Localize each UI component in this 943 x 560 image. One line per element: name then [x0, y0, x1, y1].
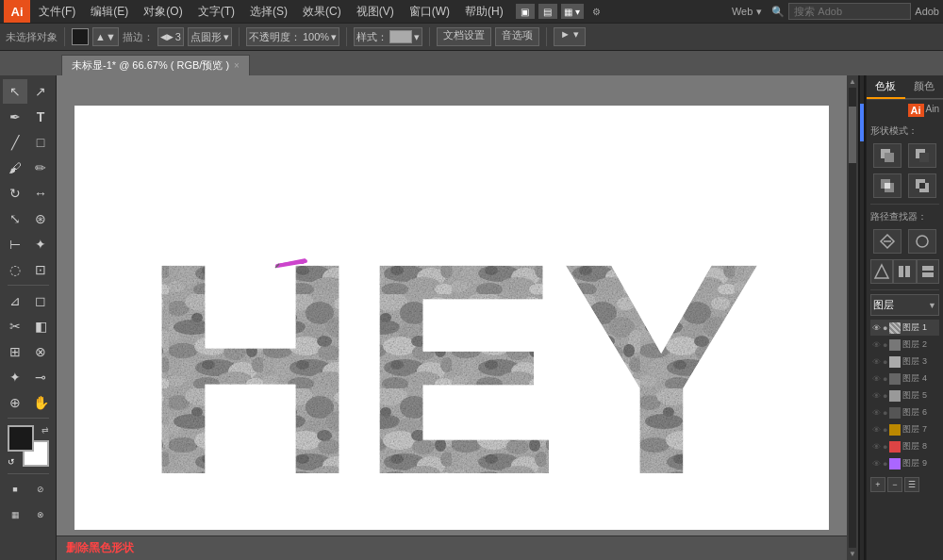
icon-arrange[interactable]: ⚙: [587, 4, 606, 19]
zoom-tool[interactable]: ⊕: [3, 390, 27, 415]
mirror-tool[interactable]: ↔: [28, 181, 53, 206]
layer-eye-4[interactable]: 👁: [872, 374, 881, 384]
pf-btn5[interactable]: [917, 259, 939, 284]
layer-eye-3[interactable]: 👁: [872, 357, 881, 367]
artboard-tool[interactable]: ⊡: [28, 257, 53, 282]
paintbrush-tool[interactable]: 🖌: [3, 156, 27, 180]
gradient-tool[interactable]: ◧: [28, 314, 53, 338]
menu-effect[interactable]: 效果(C): [296, 2, 348, 22]
layer-lock-6[interactable]: ●: [883, 408, 887, 418]
symbol-tool[interactable]: ⊗: [28, 502, 53, 527]
mesh-tool[interactable]: ⊞: [3, 339, 27, 364]
layer-lock-1[interactable]: ●: [883, 323, 887, 333]
menu-edit[interactable]: 编辑(E): [84, 2, 135, 22]
menu-file[interactable]: 文件(F): [32, 2, 82, 22]
layer-eye-1[interactable]: 👁: [872, 323, 881, 333]
panel-tab-swatches[interactable]: 色板: [867, 75, 905, 99]
warp-tool[interactable]: ⊛: [28, 206, 53, 231]
doc-settings-btn[interactable]: 文档设置: [437, 27, 491, 46]
layer-lock-9[interactable]: ●: [883, 459, 887, 469]
pf-btn2[interactable]: [908, 229, 936, 254]
layer-eye-8[interactable]: 👁: [872, 442, 881, 452]
pf-btn3[interactable]: [870, 259, 893, 284]
layer-add-btn[interactable]: +: [870, 477, 885, 492]
stroke-dropdown[interactable]: ◀▶ 3: [157, 27, 184, 46]
layers-header[interactable]: 图层 ▼: [870, 294, 939, 316]
scroll-up-btn[interactable]: ▲: [849, 77, 856, 86]
width-tool[interactable]: ⊢: [3, 232, 27, 256]
layer-eye-9[interactable]: 👁: [872, 459, 881, 469]
layer-eye-6[interactable]: 👁: [872, 408, 881, 418]
shape-minus-btn[interactable]: [908, 143, 936, 168]
icon-panel3[interactable]: ▦ ▾: [561, 4, 584, 19]
layers-arrow[interactable]: ▼: [928, 301, 936, 310]
layer-lock-7[interactable]: ●: [883, 425, 887, 435]
scale-tool[interactable]: ⤡: [3, 206, 27, 231]
layer-item-1[interactable]: 👁 ● 图层 1: [870, 320, 939, 336]
layer-item-3[interactable]: 👁 ● 图层 3: [870, 354, 939, 370]
menu-view[interactable]: 视图(V): [350, 2, 401, 22]
layer-eye-5[interactable]: 👁: [872, 391, 881, 401]
web-dropdown-icon[interactable]: ▾: [756, 6, 762, 18]
color-swap-btn[interactable]: ⇄: [41, 425, 49, 435]
menu-select[interactable]: 选择(S): [243, 2, 294, 22]
stroke-color-swatch[interactable]: [72, 28, 89, 45]
select-tool[interactable]: ↖: [3, 79, 27, 104]
type-tool[interactable]: T: [28, 105, 53, 129]
scroll-thumb[interactable]: [849, 107, 856, 163]
stroke-arrow-btn[interactable]: ▲▼: [92, 27, 119, 46]
layer-item-6[interactable]: 👁 ● 图层 6: [870, 404, 939, 420]
menu-object[interactable]: 对象(O): [137, 2, 189, 22]
lasso-tool[interactable]: ◌: [3, 257, 27, 282]
tab-close-btn[interactable]: ×: [234, 60, 240, 71]
direct-select-tool[interactable]: ↗: [28, 79, 53, 104]
slice-tool[interactable]: ⊿: [3, 288, 27, 313]
foreground-color[interactable]: [8, 425, 34, 452]
shape-dropdown[interactable]: 点圆形 ▾: [188, 27, 232, 46]
measure-tool[interactable]: ⊸: [28, 365, 53, 389]
hand-tool[interactable]: ✋: [28, 390, 53, 415]
layer-lock-4[interactable]: ●: [883, 374, 887, 384]
layer-item-9[interactable]: 👁 ● 图层 9: [870, 455, 939, 471]
chart-tool[interactable]: ▦: [3, 502, 27, 527]
layer-lock-3[interactable]: ●: [883, 357, 887, 367]
icon-panel1[interactable]: ▣: [516, 4, 535, 19]
canvas-vscrollbar[interactable]: ▲ ▼: [847, 75, 858, 560]
wand-tool[interactable]: ✦: [28, 232, 53, 256]
panel-scroll-thumb[interactable]: [860, 104, 864, 141]
color-none-btn[interactable]: ⊘: [28, 477, 53, 502]
shape-intersect-btn[interactable]: [873, 173, 902, 198]
layer-menu-btn[interactable]: ☰: [904, 477, 919, 492]
layer-del-btn[interactable]: −: [887, 477, 902, 492]
extra-btn[interactable]: ► ▾: [554, 27, 586, 46]
scissors-tool[interactable]: ✂: [3, 314, 27, 338]
blend-tool[interactable]: ⊗: [28, 339, 53, 364]
menu-help[interactable]: 帮助(H): [458, 2, 510, 22]
audio-btn[interactable]: 音选项: [495, 27, 539, 46]
layer-lock-5[interactable]: ●: [883, 391, 887, 401]
layer-lock-8[interactable]: ●: [883, 442, 887, 452]
panel-scrollbar[interactable]: [858, 75, 866, 560]
panel-tab-color[interactable]: 颜色: [905, 75, 944, 99]
layer-item-4[interactable]: 👁 ● 图层 4: [870, 371, 939, 387]
shape-exclude-btn[interactable]: [908, 173, 936, 198]
style-dropdown[interactable]: 样式： ▾: [354, 27, 422, 46]
layer-item-7[interactable]: 👁 ● 图层 7: [870, 421, 939, 437]
layer-lock-2[interactable]: ●: [883, 340, 887, 350]
scroll-down-btn[interactable]: ▼: [849, 550, 856, 558]
opacity-dropdown[interactable]: 不透明度： 100% ▾: [246, 27, 339, 46]
color-reset-btn[interactable]: ↺: [8, 457, 15, 467]
pencil-tool[interactable]: ✏: [28, 156, 53, 180]
shape-unite-btn[interactable]: [873, 143, 902, 168]
pf-btn4[interactable]: [893, 259, 916, 284]
rotate-tool[interactable]: ↻: [3, 181, 27, 206]
rect-tool[interactable]: □: [28, 130, 53, 155]
pen-tool[interactable]: ✒: [3, 105, 27, 129]
menu-window[interactable]: 窗口(W): [403, 2, 456, 22]
color-fill-btn[interactable]: ■: [3, 477, 27, 502]
line-tool[interactable]: ╱: [3, 130, 27, 155]
document-tab[interactable]: 未标显-1* @ 66.67% ( RGB/预览 ) ×: [61, 55, 250, 75]
search-input[interactable]: [788, 3, 911, 20]
layer-item-5[interactable]: 👁 ● 图层 5: [870, 387, 939, 404]
icon-panel2[interactable]: ▤: [538, 4, 557, 19]
